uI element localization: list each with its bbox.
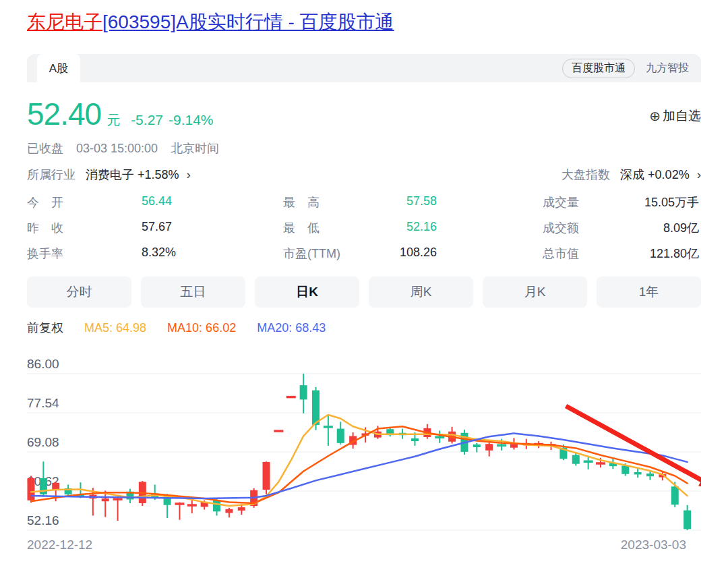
stats-row: 昨 收57.67最 低52.16成交额8.09亿 (27, 215, 701, 241)
stat-label: 今 开 (27, 194, 142, 210)
candlestick-chart[interactable]: 86.0077.5469.0860.6252.16 (27, 341, 701, 534)
x-axis-start-date: 2022-12-12 (27, 538, 92, 552)
candle-body (621, 465, 629, 473)
candle-body (435, 436, 444, 439)
stat-cell: 最 高57.58 (283, 194, 437, 210)
stat-value: 52.16 (406, 220, 437, 236)
chevron-right-icon: › (187, 167, 191, 181)
candle-body (312, 391, 320, 425)
meta-row: 所属行业 消费电子 +1.58% › 大盘指数 深成 +0.02% › (27, 167, 701, 183)
stat-label: 市盈(TTM) (283, 246, 340, 262)
stat-value: 56.44 (142, 194, 172, 210)
stat-label: 成交量 (543, 194, 579, 210)
candle-body (28, 478, 35, 500)
candle-body (52, 483, 59, 490)
period-tab-月K[interactable]: 月K (483, 277, 587, 308)
price-unit: 元 (107, 111, 120, 130)
last-price: 52.40 (27, 96, 101, 132)
ma5-legend: MA5: 64.98 (84, 321, 146, 335)
y-axis-tick: 86.00 (27, 357, 59, 371)
add-watchlist-label: 加自选 (663, 107, 701, 125)
candle-body (510, 444, 518, 447)
chart-legend: 前复权 MA5: 64.98 MA10: 66.02 MA20: 68.43 (27, 320, 701, 336)
search-result-title-link[interactable]: 东尼电子[603595]A股实时行情 - 百度股市通 (27, 11, 701, 34)
add-watchlist-button[interactable]: ⊕ 加自选 (649, 107, 701, 125)
candle-body (572, 455, 580, 464)
market-status-row: 已收盘 03-03 15:00:00 北京时间 (27, 140, 701, 156)
price-row: 52.40 元 -5.27-9.14% ⊕ 加自选 (27, 96, 701, 132)
period-tab-周K[interactable]: 周K (369, 277, 473, 308)
title-rest: [603595]A股实时行情 - 百度股市通 (102, 11, 394, 32)
candle-body (634, 472, 642, 474)
stat-label: 成交额 (543, 220, 579, 236)
source-pill-baidu-gushitong[interactable]: 百度股市通 (562, 59, 635, 78)
source-jiufang-zhitou[interactable]: 九方智投 (646, 61, 689, 76)
stat-cell: 成交量15.05万手 (543, 194, 699, 210)
market-index-link[interactable]: 大盘指数 深成 +0.02% › (562, 167, 701, 183)
stat-cell: 今 开56.44 (27, 194, 256, 210)
x-axis-labels: 2022-12-12 2023-03-03 (27, 538, 701, 552)
industry-value: 消费电子 +1.58% (86, 168, 179, 181)
candle-body (473, 444, 481, 447)
industry-link[interactable]: 所属行业 消费电子 +1.58% › (27, 167, 191, 183)
candle-body (485, 444, 493, 451)
candle-body (263, 462, 270, 490)
market-tabbar: A股 百度股市通 九方智投 (27, 54, 701, 82)
period-tab-日K[interactable]: 日K (255, 277, 359, 308)
chevron-right-icon: › (697, 167, 701, 181)
stat-cell: 市盈(TTM)108.26 (283, 246, 437, 262)
index-label: 大盘指数 (562, 168, 610, 181)
timezone-label: 北京时间 (171, 142, 219, 155)
quote-timestamp: 03-03 15:00:00 (76, 142, 158, 155)
ma10-legend: MA10: 66.02 (167, 321, 236, 335)
title-stock-name: 东尼电子 (27, 11, 102, 32)
stock-quote-page: 东尼电子[603595]A股实时行情 - 百度股市通 A股 百度股市通 九方智投… (0, 0, 728, 574)
x-axis-end-date: 2023-03-03 (621, 538, 686, 552)
stat-value: 8.09亿 (663, 220, 699, 236)
candle-body (324, 426, 333, 428)
candle-body (225, 509, 233, 513)
period-tab-1年[interactable]: 1年 (597, 277, 701, 308)
y-axis-tick: 77.54 (27, 396, 59, 410)
source-links: 百度股市通 九方智投 (562, 54, 701, 82)
stat-value: 57.58 (406, 194, 437, 210)
stat-label: 换手率 (27, 246, 142, 262)
stats-row: 今 开56.44最 高57.58成交量15.05万手 (27, 190, 701, 215)
candle-body (497, 444, 506, 447)
stat-cell: 成交额8.09亿 (543, 220, 699, 236)
index-value: 深成 +0.02% (620, 168, 690, 181)
stat-cell: 换手率8.32% (27, 246, 256, 262)
period-tab-分时[interactable]: 分时 (27, 277, 131, 308)
stat-value: 8.32% (142, 246, 176, 262)
candle-body (213, 500, 220, 511)
stat-cell: 总市值121.80亿 (543, 246, 699, 262)
market-state: 已收盘 (27, 142, 63, 155)
candle-body (646, 473, 654, 476)
y-axis-tick: 69.08 (27, 435, 59, 449)
stat-value: 121.80亿 (650, 246, 699, 262)
candle-body (596, 462, 605, 465)
candle-body (684, 511, 691, 529)
candle-body (238, 507, 245, 511)
plus-circle-icon: ⊕ (649, 108, 661, 124)
stat-value: 15.05万手 (644, 194, 699, 210)
candle-body (113, 498, 123, 500)
candle-body (187, 504, 197, 507)
stat-label: 总市值 (543, 246, 579, 262)
stat-value: 57.67 (142, 220, 172, 236)
stat-label: 最 低 (283, 220, 320, 236)
stats-row: 换手率8.32%市盈(TTM)108.26总市值121.80亿 (27, 241, 701, 266)
adjust-mode-label[interactable]: 前复权 (27, 321, 63, 335)
stat-label: 最 高 (283, 194, 320, 210)
change-percent: -9.14% (169, 112, 214, 127)
candle-body (300, 385, 307, 399)
candle-body (274, 430, 283, 432)
y-axis-tick: 52.16 (27, 513, 59, 527)
industry-label: 所属行业 (27, 168, 75, 181)
tab-a-share[interactable]: A股 (37, 54, 80, 82)
candle-body (102, 498, 109, 501)
period-tab-五日[interactable]: 五日 (141, 277, 245, 308)
change-amount: -5.27 (131, 112, 163, 127)
stat-label: 昨 收 (27, 220, 142, 236)
candle-body (671, 486, 679, 505)
